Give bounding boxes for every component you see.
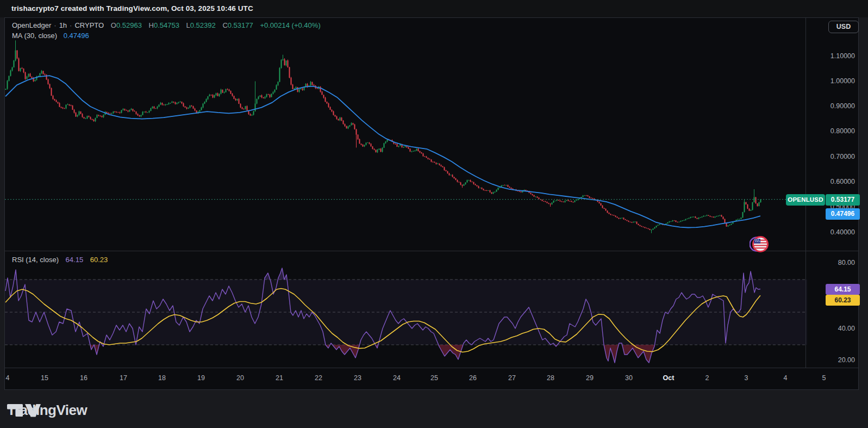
chart-frame: OpenLedger·1h·CRYPTO O0.52963 H0.54753 L… — [4, 17, 859, 390]
time-axis-label: Oct — [663, 374, 675, 382]
attribution-bar: trishacrypto7 created with TradingView.c… — [0, 0, 868, 17]
time-axis-label: 17 — [120, 374, 127, 382]
ma-name: MA (30, close) — [12, 32, 57, 40]
price-pane-canvas[interactable] — [5, 18, 807, 251]
time-axis-label: 2 — [705, 374, 709, 382]
rsi-value-badge: 64.15 — [826, 284, 860, 295]
symbol-market: CRYPTO — [74, 21, 104, 29]
time-axis-label: 30 — [625, 374, 633, 382]
tradingview-logo-icon — [7, 404, 41, 417]
time-axis-label: 28 — [547, 374, 554, 382]
rsi-axis-label: 40.00 — [838, 324, 855, 333]
price-axis-label: 0.80000 — [830, 127, 855, 135]
symbol-title: OpenLedger — [12, 21, 51, 29]
time-axis-label: 3 — [745, 374, 748, 382]
rsi-ma-value: 60.23 — [90, 256, 108, 264]
change-value: +0.00214 (+0.40%) — [260, 21, 320, 29]
open-value: 0.52963 — [116, 21, 142, 29]
price-axis[interactable]: 1.100001.000000.900000.800000.700000.600… — [805, 18, 858, 368]
time-axis-label: 27 — [508, 374, 516, 382]
ticker-price-label: OPENLUSD — [786, 194, 825, 206]
ma-legend[interactable]: MA (30, close) 0.47496 — [12, 32, 89, 40]
price-axis-label: 1.00000 — [830, 77, 855, 85]
ma-value: 0.47496 — [64, 32, 89, 40]
time-axis-label: 4 — [784, 374, 788, 382]
time-axis-label: 4 — [6, 374, 10, 382]
time-axis-label: 18 — [158, 374, 166, 382]
high-label: H — [149, 21, 154, 29]
time-axis[interactable]: 415161718192021222324252627282930Oct2345 — [5, 368, 858, 390]
us-flag-icon — [750, 234, 771, 254]
pane-separator[interactable] — [5, 251, 858, 251]
footer: TradingView — [0, 390, 868, 428]
symbol-interval: 1h — [59, 21, 67, 29]
rsi-legend[interactable]: RSI (14, close) 64.15 60.23 — [12, 256, 108, 264]
close-label: C — [222, 21, 227, 29]
high-value: 0.54753 — [154, 21, 179, 29]
time-axis-label: 25 — [430, 374, 438, 382]
open-label: O — [111, 21, 116, 29]
time-axis-label: 20 — [236, 374, 244, 382]
last-price-badge: 0.53177 — [826, 194, 860, 206]
time-axis-label: 24 — [393, 374, 401, 382]
time-axis-label: 19 — [197, 374, 205, 382]
price-axis-label: 0.70000 — [830, 152, 855, 161]
time-axis-label: 26 — [469, 374, 477, 382]
price-axis-label: 0.90000 — [830, 102, 855, 110]
symbol-legend[interactable]: OpenLedger·1h·CRYPTO O0.52963 H0.54753 L… — [12, 21, 321, 29]
close-value: 0.53177 — [228, 21, 253, 29]
time-axis-label: 15 — [41, 374, 48, 382]
rsi-ma-value-badge: 60.23 — [826, 295, 860, 306]
rsi-axis-label: 80.00 — [838, 258, 855, 267]
low-value: 0.52392 — [190, 21, 216, 29]
time-axis-label: 5 — [822, 374, 826, 382]
rsi-pane-canvas[interactable] — [5, 251, 807, 368]
ma-price-badge: 0.47496 — [826, 208, 860, 220]
rsi-name: RSI (14, close) — [12, 256, 59, 264]
price-axis-label: 0.60000 — [830, 177, 855, 186]
time-axis-label: 22 — [315, 374, 322, 382]
tradingview-logo[interactable]: TradingView — [7, 402, 87, 419]
time-axis-label: 21 — [276, 374, 283, 382]
price-axis-label: 0.40000 — [830, 228, 855, 237]
attribution-text: trishacrypto7 created with TradingView.c… — [11, 4, 253, 13]
rsi-axis-label: 20.00 — [838, 356, 855, 364]
low-label: L — [186, 21, 190, 29]
price-axis-label: 1.10000 — [830, 52, 855, 60]
rsi-value: 64.15 — [66, 256, 84, 264]
time-axis-label: 23 — [354, 374, 361, 382]
time-axis-label: 29 — [586, 374, 594, 382]
time-axis-label: 16 — [80, 374, 88, 382]
